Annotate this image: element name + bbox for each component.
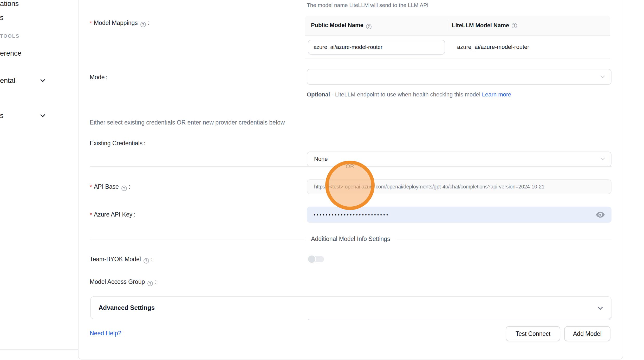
add-model-screen: ations s TOOLS erence ental s The model … (0, 0, 644, 360)
help-circle-icon[interactable] (144, 258, 149, 264)
chevron-down-icon (598, 305, 603, 310)
api-base-label: API Base (90, 183, 131, 191)
mode-label: Mode (90, 74, 107, 81)
divider-title: Additional Model Info Settings (304, 235, 397, 243)
help-circle-icon[interactable] (147, 281, 153, 286)
azure-api-key-label: Azure API Key (90, 211, 135, 218)
table-header-row: Public Model Name LiteLLM Model Name (305, 16, 610, 35)
sidebar-section-tools: TOOLS (0, 33, 19, 39)
azure-api-key-field[interactable]: ••••••••••••••••••••••••• (307, 207, 612, 223)
eye-icon[interactable] (596, 212, 605, 218)
sidebar-item-label: s (0, 112, 4, 120)
mode-select[interactable] (307, 69, 612, 85)
team-byok-label: Team-BYOK Model (90, 256, 153, 264)
additional-settings-divider: Additional Model Info Settings (90, 235, 612, 243)
toggle-knob (307, 255, 316, 264)
api-base-input[interactable] (314, 184, 604, 190)
mode-help-text: Optional - LiteLLM endpoint to use when … (307, 89, 515, 100)
help-circle-icon[interactable] (366, 24, 372, 29)
test-connect-button[interactable]: Test Connect (506, 326, 560, 341)
help-circle-icon[interactable] (512, 23, 517, 28)
background-divider (0, 349, 78, 350)
required-asterisk-icon (90, 211, 94, 218)
existing-credentials-label: Existing Credentials (90, 140, 145, 147)
chevron-down-icon (40, 77, 45, 82)
litellm-model-name-value: azure_ai/azure-model-router (448, 44, 610, 50)
sidebar-item-experimental[interactable]: ental (0, 76, 15, 85)
model-mappings-table: Public Model Name LiteLLM Model Name azu… (305, 16, 610, 59)
sidebar-item[interactable]: s (0, 13, 4, 22)
masked-password-value: ••••••••••••••••••••••••• (314, 212, 389, 217)
sidebar-item-label: erence (0, 49, 22, 57)
chevron-down-icon (601, 156, 605, 160)
sidebar-item-integrations[interactable]: ations (0, 0, 19, 8)
required-asterisk-icon (90, 183, 94, 190)
help-circle-icon[interactable] (140, 22, 146, 27)
advanced-settings-title: Advanced Settings (99, 304, 155, 311)
add-model-form-card: The model name LiteLLM will send to the … (78, 0, 623, 359)
learn-more-link[interactable]: Learn more (482, 91, 511, 98)
model-access-group-label: Model Access Group (90, 278, 157, 286)
or-divider-text: OR (341, 162, 359, 170)
advanced-settings-panel[interactable]: Advanced Settings (90, 296, 612, 319)
help-circle-icon[interactable] (121, 186, 127, 191)
sidebar-item-label: ental (0, 77, 15, 84)
existing-credentials-value: None (314, 156, 328, 162)
table-row: azure_ai/azure-model-router (305, 35, 610, 59)
credentials-note: Either select existing credentials OR en… (90, 119, 285, 126)
sidebar-item-label: ations (0, 0, 19, 8)
sidebar: ations s TOOLS erence ental s (0, 0, 78, 360)
add-model-button[interactable]: Add Model (564, 326, 610, 341)
api-base-field (307, 179, 612, 194)
required-asterisk-icon (90, 19, 94, 26)
column-header-litellm-model-name: LiteLLM Model Name (448, 20, 610, 31)
sidebar-item-settings[interactable]: s (0, 111, 4, 120)
chevron-down-icon (601, 74, 605, 78)
litellm-model-name-help: The model name LiteLLM will send to the … (307, 2, 428, 8)
public-model-name-input[interactable] (308, 40, 445, 55)
chevron-down-icon (40, 112, 45, 117)
sidebar-item-label: s (0, 14, 4, 22)
team-byok-toggle[interactable] (307, 255, 324, 264)
model-mappings-label: Model Mappings (90, 19, 149, 27)
sidebar-section-label: TOOLS (0, 33, 19, 39)
sidebar-item-inference[interactable]: erence (0, 49, 22, 58)
column-header-public-model-name: Public Model Name (305, 22, 448, 29)
need-help-link[interactable]: Need Help? (90, 330, 121, 337)
